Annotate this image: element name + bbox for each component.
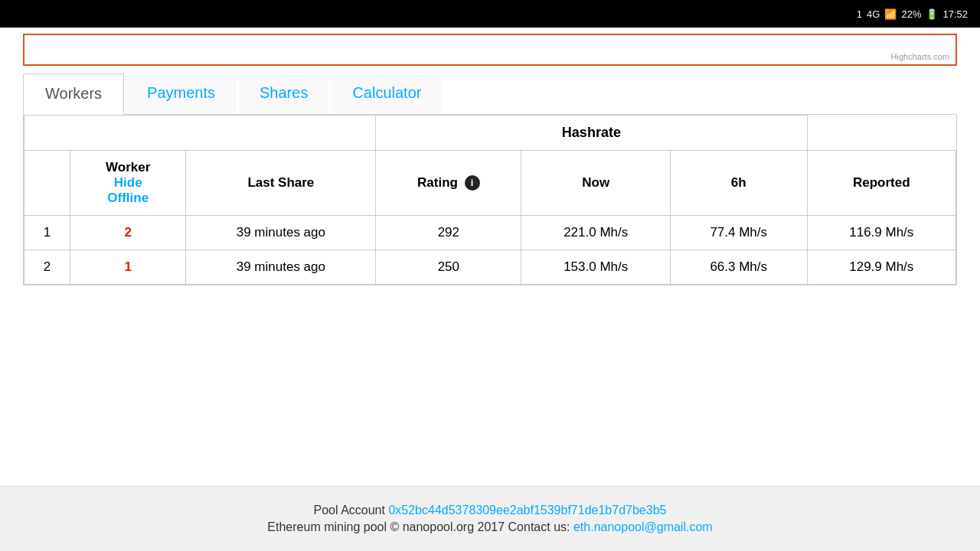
table-row: 2 1 39 minutes ago 250 153.0 Mh/s 66.3 M… (24, 250, 956, 285)
highcharts-credit: Highcharts.com (891, 52, 949, 61)
clock: 17:52 (942, 8, 968, 20)
col-header-num (24, 151, 70, 216)
col-header-6h: 6h (670, 151, 807, 216)
col-header-rating: Rating i (376, 151, 521, 216)
table-header-row-1: Hashrate (24, 116, 956, 151)
col-header-worker: Worker Hide Offline (70, 151, 186, 216)
footer-pool-account: Pool Account 0x52bc44d5378309ee2abf1539b… (15, 504, 965, 517)
row-2-6h: 66.3 Mh/s (670, 250, 807, 285)
contact-email[interactable]: eth.nanopool@gmail.com (573, 520, 713, 533)
row-2-reported: 129.9 Mh/s (807, 250, 956, 285)
footer: Pool Account 0x52bc44d5378309ee2abf1539b… (0, 486, 980, 551)
workers-table-wrapper: Hashrate Worker Hide Offline Last Share … (23, 115, 957, 285)
network-indicator: 4G (867, 8, 880, 20)
tabs-container: Workers Payments Shares Calculator (23, 73, 957, 115)
row-1-rating: 292 (376, 216, 521, 250)
rating-info-icon[interactable]: i (465, 175, 480, 191)
pool-account-label: Pool Account (314, 504, 385, 517)
hashrate-group-header: Hashrate (376, 116, 807, 151)
footer-copyright: Ethereum mining pool © nanopool.org 2017… (15, 520, 965, 534)
col-header-last-share: Last Share (186, 151, 376, 216)
row-1-last-share: 39 minutes ago (186, 216, 376, 250)
hide-offline-link[interactable]: Hide (83, 175, 173, 191)
row-1-6h: 77.4 Mh/s (670, 216, 807, 250)
row-1-num: 1 (24, 216, 70, 250)
status-bar: 1 4G 📶 22% 🔋 17:52 (0, 0, 980, 28)
row-2-rating: 250 (376, 250, 521, 285)
battery-level: 22% (901, 8, 921, 20)
col-header-now: Now (521, 151, 670, 216)
row-1-now: 221.0 Mh/s (521, 216, 670, 250)
chart-area: Highcharts.com (23, 34, 957, 66)
row-2-worker[interactable]: 1 (70, 250, 186, 285)
battery-icon: 🔋 (926, 8, 938, 20)
row-2-now: 153.0 Mh/s (521, 250, 670, 285)
empty-header (24, 116, 376, 151)
tab-payments[interactable]: Payments (126, 73, 237, 114)
tab-calculator[interactable]: Calculator (331, 73, 443, 114)
row-1-worker[interactable]: 2 (70, 216, 186, 250)
table-header-row-2: Worker Hide Offline Last Share Rating i … (24, 151, 956, 216)
row-1-reported: 116.9 Mh/s (807, 216, 956, 250)
workers-table: Hashrate Worker Hide Offline Last Share … (24, 115, 956, 285)
tab-shares[interactable]: Shares (238, 73, 329, 114)
signal-icon: 📶 (884, 8, 897, 20)
row-2-last-share: 39 minutes ago (186, 250, 376, 285)
table-row: 1 2 39 minutes ago 292 221.0 Mh/s 77.4 M… (24, 216, 956, 250)
sim-slot: 1 (857, 8, 862, 20)
col-header-reported: Reported (807, 151, 956, 216)
offline-link[interactable]: Offline (83, 191, 173, 206)
copyright-text: Ethereum mining pool © nanopool.org 2017… (267, 520, 570, 533)
pool-account-address[interactable]: 0x52bc44d5378309ee2abf1539bf71de1b7d7be3… (388, 504, 666, 517)
tab-workers[interactable]: Workers (23, 73, 124, 115)
row-2-num: 2 (24, 250, 70, 285)
